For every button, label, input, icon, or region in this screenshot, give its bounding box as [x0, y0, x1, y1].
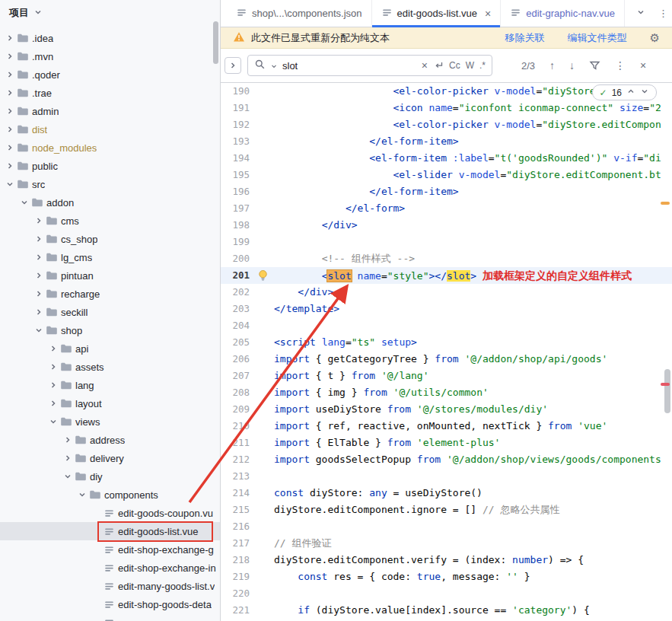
tree-item[interactable]: layout	[0, 394, 220, 412]
chevron-right-icon[interactable]	[5, 106, 15, 116]
code-line[interactable]: 202 </div>	[221, 284, 672, 301]
code-line[interactable]: 212import goodsSelectPopup from '@/addon…	[221, 451, 672, 468]
chevron-right-icon[interactable]	[5, 33, 15, 43]
code-line[interactable]: 193 </el-form-item>	[221, 133, 672, 150]
tab-components-json[interactable]: shop\...\components.json	[227, 0, 372, 27]
code-line[interactable]: 197 </el-form>	[221, 200, 672, 217]
chevron-right-icon[interactable]	[5, 124, 15, 135]
code-line[interactable]: 206import { getCategoryTree } from '@/ad…	[221, 351, 672, 368]
chevron-right-icon[interactable]	[5, 142, 15, 153]
code-line[interactable]: 207import { t } from '@/lang'	[221, 368, 672, 384]
code-line[interactable]: 195 <el-slider v-model="diyStore.editCom…	[221, 167, 672, 183]
tree-item[interactable]: cs_shop	[0, 230, 220, 248]
chevron-right-icon[interactable]	[48, 380, 59, 390]
search-field[interactable]: slot × Cc W .*	[247, 55, 492, 76]
project-panel-header[interactable]: 项目	[0, 0, 220, 26]
code-line[interactable]: 198 </div>	[221, 217, 672, 234]
tree-item[interactable]: edit-goods-coupon.vu	[0, 504, 220, 522]
code-line[interactable]: 221 if (diyStore.value[index].source == …	[221, 602, 672, 619]
match-case-toggle[interactable]: Cc	[449, 60, 460, 71]
chevron-right-icon[interactable]	[33, 234, 44, 244]
tree-item[interactable]: edit-shop-goods-deta	[0, 595, 220, 613]
code-line[interactable]: 220	[221, 585, 672, 602]
close-find-icon[interactable]: ×	[640, 59, 646, 72]
tree-item[interactable]: lang	[0, 376, 220, 394]
search-history-caret-icon[interactable]	[271, 60, 277, 72]
chevron-right-icon[interactable]	[5, 51, 15, 62]
previous-match-button[interactable]: ↑	[549, 59, 555, 72]
chevron-right-icon[interactable]	[33, 288, 44, 299]
next-match-button[interactable]: ↓	[569, 59, 575, 72]
settings-gear-icon[interactable]: ⚙	[650, 31, 660, 45]
tree-item[interactable]: .idea	[0, 29, 220, 47]
tree-item[interactable]: public	[0, 157, 220, 175]
tree-item[interactable]: edit-shop-exchange-in	[0, 559, 220, 577]
tree-item[interactable]: edit-shop-exchange-g	[0, 540, 220, 559]
code-line[interactable]: 205<script lang="ts" setup>	[221, 334, 672, 351]
tree-scrollbar[interactable]	[213, 21, 218, 64]
tree-item[interactable]: edit-goods-list.vue	[0, 522, 220, 540]
tree-item[interactable]: views	[0, 412, 220, 431]
tree-item[interactable]: .qoder	[0, 65, 220, 84]
chevron-down-icon[interactable]	[62, 471, 73, 482]
code-line[interactable]: 208import { img } from '@/utils/common'	[221, 384, 672, 401]
search-input[interactable]: slot	[282, 60, 416, 72]
tree-item[interactable]: components	[0, 486, 220, 504]
tree-item[interactable]: pintuan	[0, 266, 220, 285]
chevron-right-icon[interactable]	[33, 270, 44, 281]
code-line[interactable]: 211import { ElTable } from 'element-plus…	[221, 435, 672, 451]
code-line[interactable]: 204	[221, 317, 672, 334]
newline-icon[interactable]	[433, 60, 444, 71]
remove-association-link[interactable]: 移除关联	[505, 31, 545, 45]
error-stripe-warning-mark[interactable]	[661, 202, 670, 205]
chevron-down-icon[interactable]	[48, 416, 59, 427]
code-line-current[interactable]: 201 <slot name="style"></slot> 加载框架定义的自定…	[221, 267, 672, 284]
more-options-icon[interactable]: ⋮	[615, 59, 626, 72]
close-tab-icon[interactable]: ×	[485, 8, 491, 20]
filter-icon[interactable]	[589, 60, 600, 71]
tree-item[interactable]: address	[0, 431, 220, 449]
chevron-right-icon[interactable]	[48, 398, 59, 409]
regex-toggle[interactable]: .*	[479, 60, 486, 71]
tree-item[interactable]: recharge	[0, 285, 220, 303]
expand-replace-toggle[interactable]	[225, 57, 241, 74]
inspections-widget[interactable]: ✓ 16	[592, 84, 657, 100]
next-problem-icon[interactable]	[640, 87, 649, 98]
code-line[interactable]: 194 <el-form-item :label="t('goodsRounde…	[221, 150, 672, 167]
tree-item[interactable]: shop	[0, 321, 220, 339]
tab-edit-goods-list[interactable]: edit-goods-list.vue ×	[372, 0, 502, 27]
code-line[interactable]: 209import useDiyStore from '@/stores/mod…	[221, 401, 672, 418]
code-line[interactable]: 215diyStore.editComponent.ignore = [] //…	[221, 502, 672, 518]
code-line[interactable]: 217// 组件验证	[221, 535, 672, 552]
code-line[interactable]: 219 const res = { code: true, message: '…	[221, 568, 672, 585]
code-line[interactable]: 218diyStore.editComponent.verify = (inde…	[221, 552, 672, 568]
chevron-right-icon[interactable]	[62, 435, 73, 445]
tab-edit-graphic-nav[interactable]: edit-graphic-nav.vue	[501, 0, 625, 27]
chevron-down-icon[interactable]	[77, 489, 88, 500]
clear-search-icon[interactable]: ×	[422, 59, 428, 72]
error-stripe-error-mark[interactable]	[661, 383, 670, 386]
edit-file-type-link[interactable]: 编辑文件类型	[568, 31, 627, 45]
tab-list-chevron-icon[interactable]	[635, 7, 646, 20]
code-line[interactable]: 210import { ref, reactive, onMounted, ne…	[221, 418, 672, 435]
code-line[interactable]: 191 <icon name="iconfont iconmap-connect…	[221, 100, 672, 116]
intention-bulb-icon[interactable]	[254, 267, 274, 284]
tree-item[interactable]: edit-many-goods-list.v	[0, 577, 220, 595]
tree-item[interactable]: admin	[0, 102, 220, 120]
tree-item[interactable]: node_modules	[0, 139, 220, 157]
tree-item[interactable]: api	[0, 339, 220, 358]
more-options-icon[interactable]: ⋮	[658, 8, 668, 19]
tree-item[interactable]: seckill	[0, 303, 220, 321]
chevron-right-icon[interactable]	[48, 361, 59, 372]
tree-item[interactable]: addon	[0, 193, 220, 212]
code-line[interactable]: 196 </el-form-item>	[221, 183, 672, 200]
chevron-down-icon[interactable]	[19, 197, 30, 208]
code-line[interactable]: 199	[221, 234, 672, 250]
tree-item[interactable]: diy	[0, 467, 220, 486]
chevron-right-icon[interactable]	[5, 161, 15, 171]
editor-scrollbar[interactable]	[664, 369, 670, 413]
tree-item[interactable]: dist	[0, 120, 220, 139]
chevron-down-icon[interactable]	[33, 325, 44, 336]
code-line[interactable]: 200 <!-- 组件样式 -->	[221, 250, 672, 267]
words-toggle[interactable]: W	[466, 60, 474, 71]
